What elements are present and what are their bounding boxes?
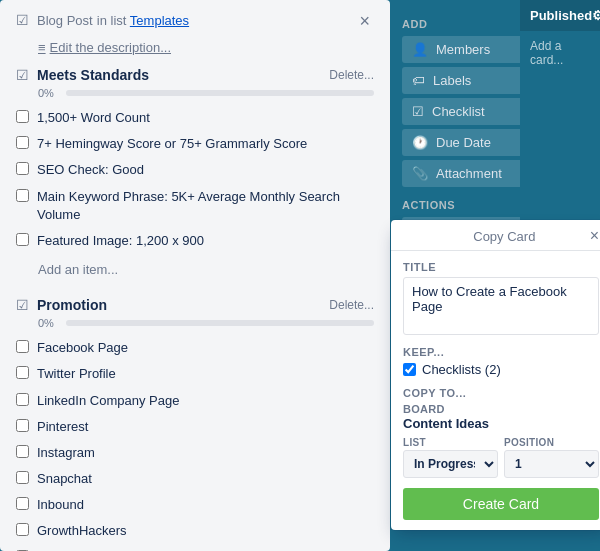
delete-checklist-2[interactable]: Delete...	[329, 298, 374, 312]
keep-checklists-item: Checklists (2)	[403, 362, 599, 377]
checklist-checkbox[interactable]	[16, 189, 29, 202]
card-header: ☑ Blog Post in list Templates ×	[16, 10, 374, 32]
checklist-item-label: SEO Check: Good	[37, 161, 144, 179]
checklist-checkbox[interactable]	[16, 419, 29, 432]
checklist-checkbox[interactable]	[16, 523, 29, 536]
checklist-item-label: Inbound	[37, 496, 84, 514]
list-select[interactable]: In Progress	[403, 450, 498, 478]
checklist-item[interactable]: Snapchat	[16, 466, 374, 492]
published-title: Published	[530, 8, 592, 23]
card-title-input[interactable]: How to Create a Facebook Page	[403, 277, 599, 335]
published-column-header: Published ⚙	[520, 0, 600, 31]
checklist-checkbox[interactable]	[16, 340, 29, 353]
progress-pct-2: 0%	[38, 317, 58, 329]
checklist-title-1: Meets Standards	[37, 67, 149, 83]
checklist-meets-standards: ☑ Meets Standards Delete... 0% 1,500+ Wo…	[16, 67, 374, 281]
checklist-item-label: Main Keyword Phrase: 5K+ Average Monthly…	[37, 188, 374, 224]
keep-checklists-checkbox[interactable]	[403, 363, 416, 376]
checklist-item-label: Pinterest	[37, 418, 88, 436]
checklist-item[interactable]: 1,500+ Word Count	[16, 105, 374, 131]
checklist-checkbox[interactable]	[16, 233, 29, 246]
checklist-items-2: Facebook Page Twitter Profile LinkedIn C…	[16, 335, 374, 551]
members-icon: 👤	[412, 42, 428, 57]
progress-bar-bg-2	[66, 320, 374, 326]
copy-to-section: Copy to... Board Content Ideas List In P…	[403, 387, 599, 478]
checklist-item[interactable]: LinkedIn Company Page	[16, 388, 374, 414]
copy-to-label: Copy to...	[403, 387, 599, 399]
add-item-btn-1[interactable]: Add an item...	[38, 258, 374, 281]
checklist-checkbox[interactable]	[16, 471, 29, 484]
checklist-item-label: Snapchat	[37, 470, 92, 488]
checklist-item[interactable]: Pinterest	[16, 414, 374, 440]
checklist-checkbox[interactable]	[16, 162, 29, 175]
checklist-item-label: Twitter Profile	[37, 365, 116, 383]
checklist-checkbox[interactable]	[16, 445, 29, 458]
title-label: Title	[403, 261, 599, 273]
progress-row-1: 0%	[38, 87, 374, 99]
card-title: Blog Post in list Templates	[37, 10, 355, 30]
checklist-item[interactable]: 7+ Hemingway Score or 75+ Grammarly Scor…	[16, 131, 374, 157]
checklist-item[interactable]: Instagram	[16, 440, 374, 466]
checklist-icon: ☑	[412, 104, 424, 119]
attachment-icon: 📎	[412, 166, 428, 181]
published-settings-icon: ⚙	[592, 8, 600, 23]
checklist-item[interactable]: Facebook Page	[16, 335, 374, 361]
checklist-item-label: LinkedIn Company Page	[37, 392, 179, 410]
checklist-icon-2: ☑	[16, 297, 29, 313]
checklist-item[interactable]: Featured Image: 1,200 x 900	[16, 228, 374, 254]
copy-card-body: Title How to Create a Facebook Page Keep…	[391, 251, 600, 530]
checklist-item-label: 1,500+ Word Count	[37, 109, 150, 127]
checklist-checkbox[interactable]	[16, 136, 29, 149]
checklist-title-2: Promotion	[37, 297, 107, 313]
checklist-icon-1: ☑	[16, 67, 29, 83]
progress-bar-bg-1	[66, 90, 374, 96]
checklist-promotion: ☑ Promotion Delete... 0% Facebook Page T…	[16, 297, 374, 551]
create-card-button[interactable]: Create Card	[403, 488, 599, 520]
copy-card-popup: Copy Card × Title How to Create a Facebo…	[391, 220, 600, 530]
labels-icon: 🏷	[412, 73, 425, 88]
copy-card-title: Copy Card	[419, 229, 590, 244]
list-position-row: List In Progress Position 1	[403, 437, 599, 478]
delete-checklist-1[interactable]: Delete...	[329, 68, 374, 82]
checklist-item-label: GrowthHackers	[37, 522, 127, 540]
checklist-item[interactable]: Main Keyword Phrase: 5K+ Average Monthly…	[16, 184, 374, 228]
copy-card-header: Copy Card ×	[391, 220, 600, 251]
checklist-header-2: ☑ Promotion Delete...	[16, 297, 374, 313]
position-select[interactable]: 1	[504, 450, 599, 478]
checklist-item-label: 7+ Hemingway Score or 75+ Grammarly Scor…	[37, 135, 307, 153]
board-value: Content Ideas	[403, 416, 599, 431]
progress-row-2: 0%	[38, 317, 374, 329]
checklist-item[interactable]: GrowthHackers	[16, 518, 374, 544]
checklist-item-label: Featured Image: 1,200 x 900	[37, 232, 204, 250]
keep-section: Keep... Checklists (2)	[403, 346, 599, 377]
progress-pct-1: 0%	[38, 87, 58, 99]
board-label-small: Board	[403, 403, 599, 415]
card-list-ref: in list Templates	[97, 13, 189, 28]
list-link[interactable]: Templates	[130, 13, 189, 28]
card-title-area: Blog Post in list Templates	[37, 10, 355, 30]
card-icon: ☑	[16, 12, 29, 28]
checklist-item[interactable]: SEO Check: Good	[16, 157, 374, 183]
close-button[interactable]: ×	[355, 10, 374, 32]
checklist-item[interactable]: Inbound	[16, 492, 374, 518]
checklist-items-1: 1,500+ Word Count 7+ Hemingway Score or …	[16, 105, 374, 254]
edit-icon: ≡	[38, 40, 46, 55]
checklist-item-label: Facebook Page	[37, 339, 128, 357]
card-panel: ☑ Blog Post in list Templates × ≡ Edit t…	[0, 0, 390, 551]
keep-label: Keep...	[403, 346, 599, 358]
checklist-checkbox[interactable]	[16, 393, 29, 406]
keep-checklists-label: Checklists (2)	[422, 362, 501, 377]
copy-card-close-button[interactable]: ×	[590, 228, 599, 244]
checklist-checkbox[interactable]	[16, 110, 29, 123]
card-title-text: Blog Post	[37, 13, 93, 28]
edit-description-link[interactable]: ≡ Edit the description...	[38, 40, 374, 55]
checklist-checkbox[interactable]	[16, 497, 29, 510]
due-date-icon: 🕐	[412, 135, 428, 150]
checklist-item[interactable]: Reddit	[16, 545, 374, 551]
position-label: Position	[504, 437, 599, 448]
checklist-item[interactable]: Twitter Profile	[16, 361, 374, 387]
checklist-checkbox[interactable]	[16, 366, 29, 379]
add-card-published[interactable]: Add a card...	[520, 31, 600, 75]
list-col: List In Progress	[403, 437, 498, 478]
list-label: List	[403, 437, 498, 448]
